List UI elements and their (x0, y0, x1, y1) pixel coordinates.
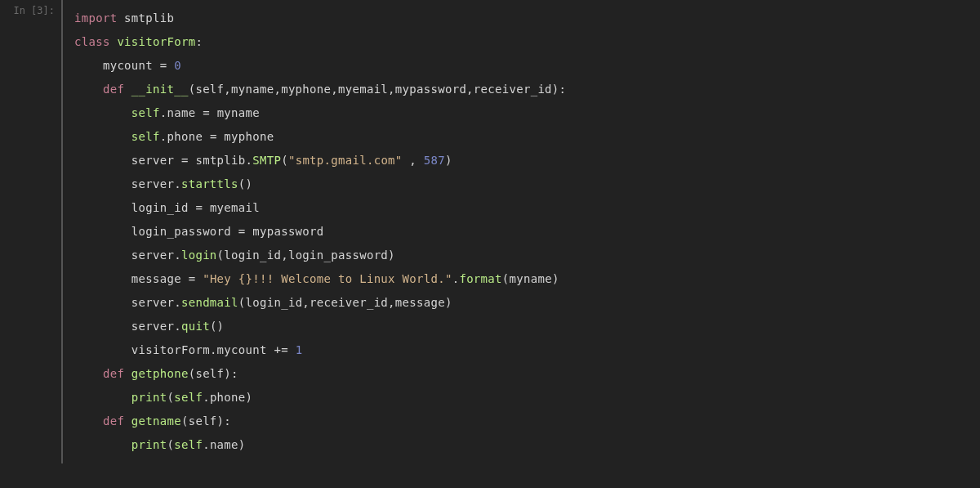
obj: visitorForm (131, 343, 210, 356)
colon: : (195, 35, 203, 48)
dot: . (174, 177, 181, 190)
params: (self): (189, 367, 238, 380)
var: server (131, 154, 174, 167)
comma: , (403, 154, 424, 167)
obj: server (131, 248, 174, 262)
eq: = (160, 59, 167, 72)
obj: server (131, 320, 174, 333)
keyword-def: def (103, 414, 124, 428)
self: self (174, 391, 203, 404)
var: login_password (131, 225, 231, 238)
eq: = (203, 106, 210, 119)
parens: () (238, 177, 252, 190)
attr: mycount (217, 343, 267, 356)
params: (self): (181, 414, 231, 428)
attr: .name (203, 438, 238, 451)
self: self (174, 438, 203, 451)
mod: smtplib (195, 154, 245, 167)
eq: = (189, 272, 196, 285)
attr: .name (160, 106, 196, 119)
close: ) (445, 154, 452, 167)
string: "Hey {}!!! Welcome to Linux World." (203, 272, 452, 285)
close: ) (246, 391, 253, 404)
close: ) (238, 438, 246, 451)
rhs: mypassword (252, 225, 323, 238)
keyword-import: import (74, 11, 117, 25)
open: ( (281, 154, 288, 167)
method-name: getphone (131, 367, 189, 380)
dot: . (174, 296, 181, 309)
eq: = (238, 225, 246, 238)
var: login_id (131, 201, 189, 214)
call: print (131, 438, 167, 451)
class-name: visitorForm (117, 35, 195, 48)
rhs: myemail (210, 201, 260, 214)
op: += (274, 343, 287, 356)
call: print (131, 391, 167, 404)
eq: = (210, 130, 217, 143)
call: format (459, 272, 501, 285)
string: "smtp.gmail.com" (288, 154, 403, 167)
dot: . (174, 320, 181, 333)
call: login (181, 248, 217, 262)
attr: .phone (160, 130, 203, 143)
args: (login_id,receiver_id,message) (238, 296, 452, 309)
self: self (131, 106, 160, 119)
number: 587 (424, 154, 445, 167)
call: SMTP (252, 154, 281, 167)
eq: = (195, 201, 203, 214)
self: self (131, 130, 160, 143)
parens: () (210, 320, 224, 333)
open: ( (167, 438, 175, 451)
dot: . (174, 248, 181, 262)
keyword-class: class (74, 35, 110, 48)
method-name: getname (131, 414, 181, 428)
method-init: __init__ (131, 83, 189, 96)
args: (login_id,login_password) (217, 248, 395, 262)
number: 0 (174, 59, 181, 72)
call: starttls (181, 177, 238, 190)
params: (self,myname,myphone,myemail,mypassword,… (189, 83, 567, 96)
module-name: smtplib (124, 11, 174, 25)
obj: server (131, 296, 174, 309)
rhs: myphone (224, 130, 274, 143)
eq: = (181, 154, 189, 167)
rhs: myname (217, 106, 260, 119)
code-cell: In [3]: import smtplib class visitorForm… (0, 0, 980, 463)
call: quit (181, 320, 210, 333)
keyword-def: def (103, 367, 124, 380)
var: mycount (103, 59, 153, 72)
dot: . (246, 154, 253, 167)
dot: . (210, 343, 217, 356)
open: ( (167, 391, 175, 404)
args: (myname) (502, 272, 559, 285)
call: sendmail (181, 296, 238, 309)
keyword-def: def (103, 83, 124, 96)
number: 1 (296, 343, 303, 356)
code-editor[interactable]: import smtplib class visitorForm: mycoun… (61, 0, 980, 463)
obj: server (131, 177, 174, 190)
var: message (131, 272, 181, 285)
attr: .phone (203, 391, 245, 404)
input-prompt: In [3]: (0, 0, 61, 16)
